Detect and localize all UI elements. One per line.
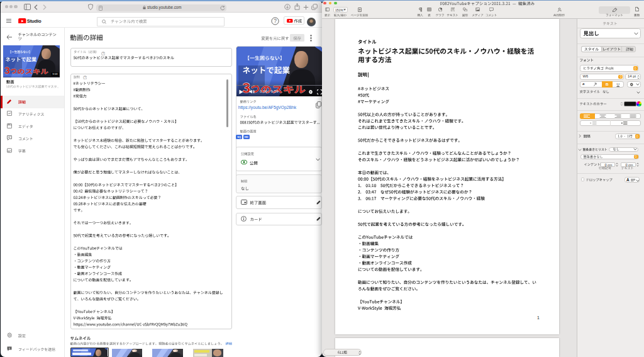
svg-text:?: ? <box>84 76 86 79</box>
svg-text:?: ? <box>274 18 277 24</box>
svg-text:Studio: Studio <box>26 18 41 24</box>
svg-text:?: ? <box>102 52 104 55</box>
